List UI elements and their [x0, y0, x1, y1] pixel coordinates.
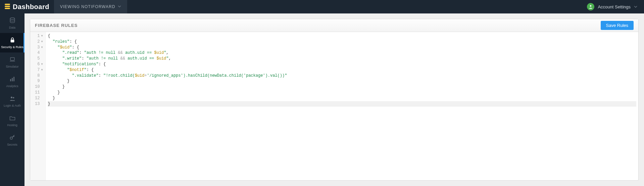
sidebar-item-label: Login & Auth — [4, 104, 21, 107]
sidebar-item-hosting[interactable]: Hosting — [0, 111, 24, 131]
account-menu[interactable]: Account Settings — [587, 3, 644, 10]
svg-rect-2 — [11, 40, 14, 42]
gutter-line: 7▾ — [35, 67, 43, 73]
chevron-down-icon — [634, 4, 637, 9]
code-editor[interactable]: 1▾2▾3▾456▾7▾8910111213 { "rules": { "$ui… — [30, 32, 638, 180]
code-line[interactable]: "rules": { — [48, 39, 636, 45]
gutter-line: 13 — [35, 101, 43, 107]
sidebar-item-login[interactable]: Login & Auth — [0, 91, 24, 111]
svg-point-1 — [10, 18, 14, 20]
brand[interactable]: Dashboard — [0, 0, 54, 13]
fold-icon[interactable]: ▾ — [41, 67, 43, 73]
svg-point-0 — [590, 5, 592, 7]
code-line[interactable]: { — [48, 33, 636, 39]
svg-point-9 — [10, 137, 12, 139]
chevron-down-icon — [118, 4, 121, 9]
avatar — [587, 3, 594, 10]
gutter-line: 2▾ — [35, 39, 43, 45]
gutter-line: 1▾ — [35, 33, 43, 39]
svg-rect-6 — [13, 77, 14, 81]
code-line[interactable]: "$uid": { — [48, 45, 636, 50]
sidebar-item-label: Security & Rules — [1, 45, 23, 49]
gutter-line: 9 — [35, 78, 43, 84]
gutter-line: 3▾ — [35, 45, 43, 50]
code-line[interactable]: } — [48, 84, 636, 90]
code-line[interactable]: } — [48, 101, 636, 107]
code-line[interactable]: "notifications": { — [48, 62, 636, 67]
sidebar-item-data[interactable]: Data — [0, 13, 24, 33]
sidebar-item-simulator[interactable]: Simulator — [0, 52, 24, 72]
code-line[interactable]: "$notif": { — [48, 67, 636, 73]
fold-icon[interactable]: ▾ — [41, 33, 43, 39]
database-icon — [9, 17, 16, 25]
panel-title: FIREBASE RULES — [35, 23, 78, 28]
fold-icon[interactable]: ▾ — [41, 62, 43, 67]
sidebar-item-analytics[interactable]: Analytics — [0, 72, 24, 91]
users-icon — [9, 95, 16, 103]
fold-icon[interactable]: ▾ — [41, 39, 43, 45]
code-body[interactable]: { "rules": { "$uid": { ".read": "auth !=… — [46, 32, 638, 180]
gutter-line: 11 — [35, 90, 43, 96]
gutter-line: 4 — [35, 50, 43, 56]
gutter-line: 8 — [35, 73, 43, 79]
project-name: NOTIFORWARD — [81, 4, 115, 9]
sidebar: Data Security & Rules Simulator — [0, 13, 24, 186]
code-line[interactable]: } — [48, 90, 636, 96]
topbar: Dashboard VIEWING NOTIFORWARD Account Se… — [0, 0, 644, 13]
sidebar-item-label: Secrets — [7, 143, 17, 146]
sidebar-item-label: Simulator — [6, 65, 18, 68]
folder-icon — [9, 115, 16, 122]
project-prefix: VIEWING — [60, 4, 80, 9]
code-line[interactable]: ".validate": "!root.child($uid+'/ignored… — [48, 73, 636, 79]
account-label: Account Settings — [598, 4, 631, 9]
sidebar-item-label: Data — [9, 26, 15, 29]
line-gutter: 1▾2▾3▾456▾7▾8910111213 — [30, 32, 46, 180]
gutter-line: 6▾ — [35, 62, 43, 67]
rules-panel: FIREBASE RULES Save Rules 1▾2▾3▾456▾7▾89… — [30, 19, 639, 181]
gutter-line: 12 — [35, 96, 43, 101]
sidebar-item-label: Analytics — [6, 84, 18, 88]
svg-point-8 — [13, 97, 14, 98]
save-rules-button[interactable]: Save Rules — [601, 21, 634, 30]
code-line[interactable]: } — [48, 78, 636, 84]
panel-header: FIREBASE RULES Save Rules — [30, 19, 638, 32]
sidebar-item-secrets[interactable]: Secrets — [0, 131, 24, 150]
sidebar-item-security[interactable]: Security & Rules — [0, 33, 24, 52]
bar-chart-icon — [9, 76, 16, 83]
gutter-line: 5 — [35, 56, 43, 62]
code-line[interactable]: ".write": "auth != null && auth.uid == $… — [48, 56, 636, 62]
project-switcher[interactable]: VIEWING NOTIFORWARD — [54, 0, 127, 13]
gutter-line: 10 — [35, 84, 43, 90]
code-line[interactable]: ".read": "auth != null && auth.uid == $u… — [48, 50, 636, 56]
content-area: FIREBASE RULES Save Rules 1▾2▾3▾456▾7▾89… — [24, 13, 644, 186]
fold-icon[interactable]: ▾ — [41, 45, 43, 50]
svg-point-7 — [11, 97, 12, 98]
svg-rect-3 — [10, 58, 14, 60]
key-icon — [9, 134, 16, 142]
firebase-logo-icon — [5, 4, 10, 10]
brand-title: Dashboard — [13, 3, 49, 11]
svg-rect-5 — [12, 78, 13, 81]
laptop-icon — [9, 56, 16, 64]
code-line[interactable]: } — [48, 96, 636, 101]
sidebar-item-label: Hosting — [7, 123, 17, 127]
lock-icon — [9, 37, 16, 44]
svg-rect-4 — [10, 79, 11, 81]
